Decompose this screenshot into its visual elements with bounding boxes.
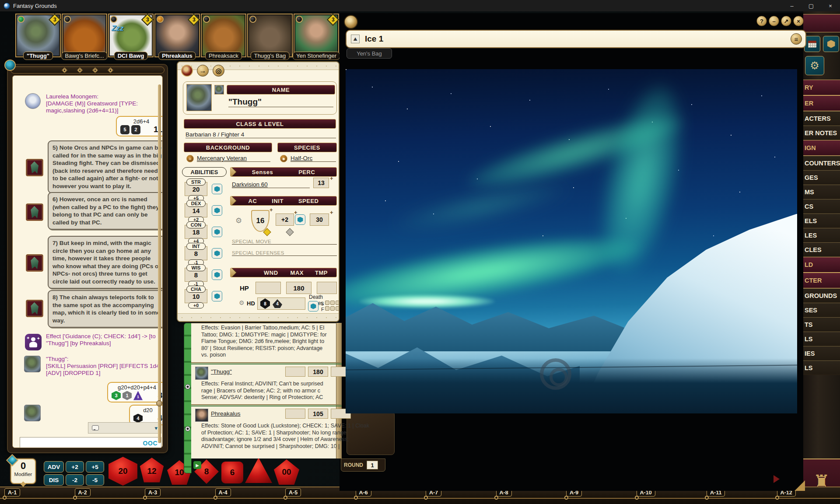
maximize-button[interactable]: ▢ xyxy=(802,0,821,11)
options-gear-button[interactable]: ⚙ xyxy=(805,56,824,75)
modifier-button-plus5[interactable]: +5 xyxy=(86,461,104,472)
tracker-wounds-field[interactable] xyxy=(285,409,305,419)
combat-gear-icon[interactable]: ⚙ xyxy=(235,216,242,225)
image-window-radial-menu-button[interactable] xyxy=(344,15,358,29)
sheet-radial-menu-button[interactable] xyxy=(181,65,193,77)
hd-gear-icon[interactable]: ⚙ xyxy=(239,299,245,306)
portrait-slot[interactable]: Phreaksack xyxy=(201,14,246,57)
sidebar-item[interactable]: CLES xyxy=(803,242,840,257)
sidebar-item[interactable]: TS xyxy=(803,317,840,332)
sheet-target-button[interactable]: ◎ xyxy=(213,65,224,77)
modifier-button-adv[interactable]: ADV xyxy=(44,461,64,472)
chat-input[interactable]: OOC xyxy=(20,437,161,448)
sidebar-item[interactable]: LS xyxy=(803,332,840,346)
background-link-icon[interactable]: ≡ xyxy=(186,155,194,162)
ability-roll-button[interactable] xyxy=(212,291,222,301)
chat-radial-menu-button[interactable] xyxy=(4,60,16,71)
portrait-label[interactable]: Bawg's Briefc... xyxy=(61,52,107,60)
minimize-button[interactable]: – xyxy=(782,0,802,11)
sidebar-item[interactable]: ER xyxy=(803,95,840,111)
status-indicator[interactable] xyxy=(157,16,164,23)
species-link-icon[interactable]: ☻ xyxy=(280,155,287,162)
modifier-box[interactable]: 0 Modifier xyxy=(10,458,36,484)
ability-roll-button[interactable] xyxy=(212,227,222,237)
perception-value[interactable]: 13 xyxy=(313,178,329,188)
sidebar-item[interactable]: MS xyxy=(803,185,840,199)
dice-roll-result[interactable]: g20+d20+p4+43118 xyxy=(107,382,163,402)
close-button[interactable]: × xyxy=(821,0,840,11)
sidebar-item[interactable]: LD xyxy=(803,257,840,273)
sidebar-item[interactable]: LES xyxy=(803,228,840,242)
character-name-field[interactable]: "Thugg" xyxy=(228,97,333,107)
death-save-success-boxes[interactable] xyxy=(325,301,340,305)
map-tab-a-4[interactable]: A-4 xyxy=(215,488,231,497)
init-field[interactable]: +2 xyxy=(276,214,294,226)
status-indicator[interactable] xyxy=(249,16,256,23)
portrait-label[interactable]: Yen Stonefinger xyxy=(293,52,340,60)
senses-field[interactable]: Darkvision 60 xyxy=(232,181,310,188)
ability-roll-button[interactable] xyxy=(212,248,222,259)
play-marker-icon[interactable] xyxy=(774,475,780,483)
sidebar-item[interactable]: CTER xyxy=(803,273,840,288)
die-d12[interactable]: 12 xyxy=(138,458,165,485)
portrait-slot[interactable]: Bawg's Briefc... xyxy=(62,14,107,57)
death-save-roll-button[interactable] xyxy=(308,301,318,312)
status-indicator[interactable] xyxy=(64,16,71,23)
portrait-slot[interactable]: 3Yen Stonefinger xyxy=(294,14,339,57)
sidebar-item[interactable]: ELS xyxy=(803,214,840,228)
d8-hit-die-icon[interactable]: 8 xyxy=(260,298,270,309)
hp-max-field[interactable]: 180 xyxy=(286,282,312,294)
map-tab-a-3[interactable]: A-3 xyxy=(145,488,161,497)
death-save-fail-boxes[interactable] xyxy=(325,306,340,311)
background-field[interactable]: Mercenary Veteran xyxy=(197,155,270,162)
tracker-portrait[interactable] xyxy=(195,367,208,380)
portrait-label[interactable]: "Thugg" xyxy=(23,52,53,60)
calendar-icon[interactable] xyxy=(804,36,820,52)
resize-button[interactable]: ↗ xyxy=(781,16,791,26)
active-actor-radio[interactable] xyxy=(185,384,190,389)
hp-temp-field[interactable] xyxy=(317,282,337,294)
sidebar-item[interactable]: RY xyxy=(803,80,840,95)
hp-wounds-field[interactable] xyxy=(256,282,281,294)
tracker-portrait[interactable] xyxy=(195,409,208,422)
status-indicator[interactable] xyxy=(110,16,117,23)
chat-scrollbar[interactable] xyxy=(158,84,161,443)
sidebar-item[interactable]: GES xyxy=(803,170,840,185)
init-roll-button[interactable] xyxy=(295,214,305,225)
chat-scrollbar-knob[interactable] xyxy=(156,400,162,406)
d4-hit-die-icon[interactable]: 4 xyxy=(273,299,282,308)
modifier-button-dis[interactable]: DIS xyxy=(44,474,64,486)
aurora-image[interactable] xyxy=(346,69,797,413)
sidebar-item[interactable]: ACTERS xyxy=(803,111,840,126)
portrait-label[interactable]: Thugg's Bag xyxy=(251,52,290,60)
status-indicator[interactable] xyxy=(18,16,24,23)
portrait-slot[interactable]: Zzz3DCI Bawg xyxy=(108,14,154,57)
modifier-button-minus5[interactable]: -5 xyxy=(86,474,104,486)
tracker-hp-max-field[interactable]: 180 xyxy=(308,367,328,377)
class-level-field[interactable]: Barbarian 8 / Fighter 4 xyxy=(186,131,336,138)
modifier-button-minus2[interactable]: -2 xyxy=(66,474,84,486)
sidebar-item[interactable]: IGN xyxy=(803,140,840,156)
tracker-actor-name[interactable]: Phreakalus xyxy=(211,410,241,417)
sidebar-item[interactable]: COUNTERS xyxy=(803,156,840,170)
chat-log[interactable]: Laurelea Moongem: [DAMAGE (M)] Greatswor… xyxy=(12,75,163,448)
modifier-button-plus2[interactable]: +2 xyxy=(66,461,84,472)
sheet-token[interactable] xyxy=(214,85,224,94)
tracker-hp-max-field[interactable]: 105 xyxy=(308,409,328,419)
close-button[interactable]: × xyxy=(793,16,804,26)
status-indicator[interactable] xyxy=(203,16,210,23)
sidebar-item[interactable]: ER NOTES xyxy=(803,126,840,140)
help-button[interactable]: ? xyxy=(756,16,767,26)
image-window-menu-button[interactable]: ≡ xyxy=(791,33,802,45)
tracker-wounds-field[interactable] xyxy=(285,367,305,377)
map-tab-a-2[interactable]: A-2 xyxy=(75,488,91,497)
die-d20[interactable]: 20 xyxy=(108,457,137,486)
background-window-title[interactable]: Yen's Bag xyxy=(346,48,392,59)
sidebar-item[interactable]: SES xyxy=(803,303,840,317)
ability-roll-button[interactable] xyxy=(212,270,222,280)
speed-field[interactable]: 30 xyxy=(310,214,329,226)
chat-mode-dropdown[interactable]: ▾ xyxy=(88,422,161,434)
status-indicator[interactable] xyxy=(296,16,303,23)
species-field[interactable]: Half-Orc xyxy=(290,155,336,162)
portrait-label[interactable]: DCI Bawg xyxy=(114,52,148,60)
